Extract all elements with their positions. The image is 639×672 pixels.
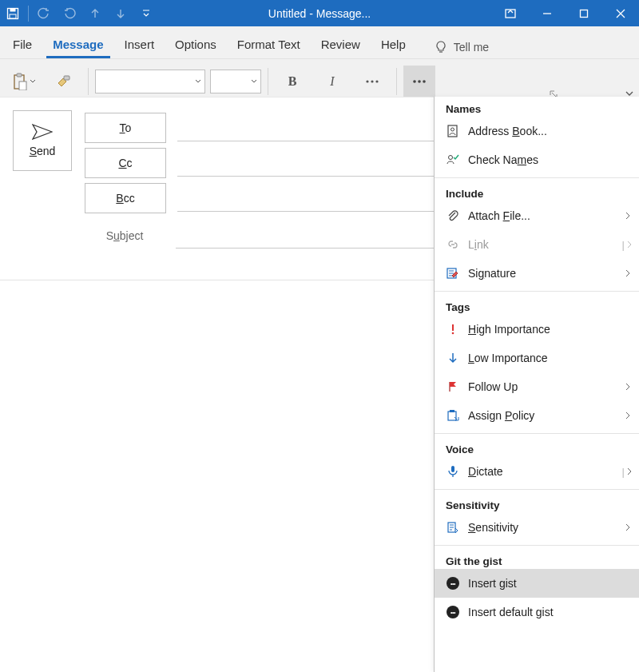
svg-rect-6 <box>17 74 22 77</box>
assign-policy-icon <box>446 408 460 423</box>
split-chevron-icon: | <box>622 239 633 251</box>
paperclip-icon <box>446 209 460 223</box>
menu-label: Link <box>468 238 489 251</box>
svg-rect-20 <box>448 412 456 420</box>
send-label: Send <box>30 145 56 157</box>
menu-insert-gist[interactable]: ••• Insert gist <box>435 569 639 598</box>
more-font-button[interactable] <box>355 67 390 96</box>
minimize-button[interactable] <box>529 0 566 26</box>
format-painter-icon <box>56 74 72 89</box>
menu-label: Assign Policy <box>468 409 534 422</box>
menu-label: Attach File... <box>468 209 530 222</box>
tell-me-search[interactable]: Tell me <box>435 41 489 58</box>
arrow-down-icon[interactable] <box>108 0 133 26</box>
menu-label: High Importance <box>468 323 550 336</box>
menu-label: Follow Up <box>468 380 518 393</box>
font-size-combo[interactable] <box>210 70 261 93</box>
svg-point-10 <box>371 80 373 82</box>
undo-icon[interactable] <box>31 0 57 26</box>
section-include: Include <box>435 181 639 201</box>
svg-point-9 <box>366 80 368 82</box>
close-button[interactable] <box>602 0 639 26</box>
menu-low-importance[interactable]: Low Importance <box>435 344 639 372</box>
send-button[interactable]: Send <box>13 110 72 171</box>
window-title: Untitled - Message... <box>268 7 371 20</box>
menu-label: Check Names <box>468 153 538 166</box>
bold-button[interactable]: B <box>275 67 310 96</box>
menu-insert-default-gist[interactable]: ••• Insert default gist <box>435 598 639 626</box>
section-sensitivity: Sensitivity <box>435 493 639 513</box>
section-names: Names <box>435 97 639 117</box>
svg-rect-1 <box>10 8 16 11</box>
chevron-right-icon <box>625 267 631 280</box>
chevron-right-icon <box>625 521 631 534</box>
paste-button[interactable] <box>6 67 42 96</box>
menu-label: Signature <box>468 267 516 280</box>
svg-point-16 <box>451 128 454 131</box>
redo-icon[interactable] <box>57 0 82 26</box>
qat-customize-icon[interactable] <box>133 0 159 26</box>
menu-label: Insert gist <box>468 577 517 590</box>
arrow-up-icon[interactable] <box>82 0 108 26</box>
low-importance-icon <box>446 351 460 365</box>
menu-label: Low Importance <box>468 352 548 364</box>
titlebar: Untitled - Message... <box>0 0 639 26</box>
chevron-down-icon <box>30 78 36 85</box>
save-icon[interactable] <box>0 0 26 26</box>
menu-sensitivity[interactable]: Sensitivity <box>435 513 639 542</box>
chevron-right-icon <box>625 409 631 422</box>
gist-icon: ••• <box>446 605 460 619</box>
font-name-combo[interactable] <box>95 70 205 93</box>
section-tags: Tags <box>435 295 639 315</box>
menu-link: Link | <box>435 230 639 259</box>
tab-help[interactable]: Help <box>375 31 412 58</box>
menu-label: Dictate <box>468 465 503 478</box>
menu-assign-policy[interactable]: Assign Policy <box>435 401 639 430</box>
menu-label: Insert default gist <box>468 606 554 618</box>
tab-review[interactable]: Review <box>315 31 367 58</box>
svg-rect-2 <box>10 14 16 18</box>
menu-attach-file[interactable]: Attach File... <box>435 201 639 230</box>
cc-button[interactable]: Cc <box>85 148 166 178</box>
format-painter-button[interactable] <box>46 67 81 96</box>
chevron-right-icon <box>625 380 631 393</box>
svg-rect-21 <box>450 410 454 412</box>
menu-label: Sensitivity <box>468 521 518 534</box>
menu-signature[interactable]: Signature <box>435 259 639 288</box>
svg-point-11 <box>375 80 378 82</box>
overflow-menu: Names Address Book... Check Names Includ… <box>434 97 639 672</box>
menu-check-names[interactable]: Check Names <box>435 145 639 174</box>
to-button[interactable]: To <box>85 113 166 143</box>
svg-point-13 <box>418 80 421 83</box>
menu-label: Address Book... <box>468 125 547 137</box>
section-gist: Git the gist <box>435 549 639 569</box>
tab-options[interactable]: Options <box>169 31 223 58</box>
ellipsis-icon <box>365 79 379 84</box>
menu-high-importance[interactable]: High Importance <box>435 315 639 344</box>
high-importance-icon <box>446 322 460 336</box>
tab-insert[interactable]: Insert <box>118 31 161 58</box>
svg-point-12 <box>413 80 416 83</box>
tell-me-label: Tell me <box>454 41 489 54</box>
tab-format-text[interactable]: Format Text <box>231 31 307 58</box>
lightbulb-icon <box>435 41 447 54</box>
italic-button[interactable]: I <box>315 67 350 96</box>
bcc-button[interactable]: Bcc <box>85 183 166 213</box>
ellipsis-icon <box>412 79 427 84</box>
svg-rect-8 <box>64 76 69 80</box>
svg-point-17 <box>449 156 453 160</box>
address-book-icon <box>446 124 460 138</box>
maximize-button[interactable] <box>566 0 602 26</box>
subject-label: Subject <box>85 229 165 242</box>
overflow-button[interactable] <box>403 66 435 97</box>
section-voice: Voice <box>435 437 639 457</box>
clipboard-icon <box>13 73 27 90</box>
tab-message[interactable]: Message <box>46 31 109 58</box>
menu-dictate[interactable]: Dictate | <box>435 457 639 486</box>
chevron-down-icon <box>251 78 257 85</box>
menu-follow-up[interactable]: Follow Up <box>435 372 639 401</box>
tab-file[interactable]: File <box>6 31 38 58</box>
svg-rect-22 <box>451 466 454 472</box>
menu-address-book[interactable]: Address Book... <box>435 117 639 145</box>
popup-window-icon[interactable] <box>492 0 529 26</box>
